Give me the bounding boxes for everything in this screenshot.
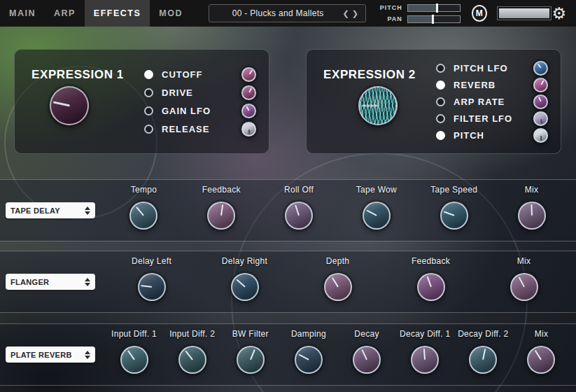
knob-label: Mix [525,185,539,195]
knob-pointer [535,350,542,360]
knob-roll-off[interactable] [285,202,313,230]
tab-effects[interactable]: EFFECTS [85,0,150,27]
output-meter-fill [499,8,550,18]
expression-1-knob[interactable] [50,86,89,125]
knob-mix[interactable] [527,346,555,374]
knob-delay-right[interactable] [231,273,259,301]
radio-dot[interactable] [436,80,445,90]
target-knob-pitch[interactable] [533,128,548,143]
radio-dot[interactable] [144,88,153,97]
knob-depth[interactable] [324,273,352,301]
pan-slider-handle[interactable] [432,15,434,24]
knob-unit: Mix [512,324,570,385]
radio-dot[interactable] [436,97,445,106]
updown-icon [85,278,90,286]
knob-feedback[interactable] [207,202,235,230]
knob-unit: Feedback [183,180,260,241]
radio-dot[interactable] [144,125,153,134]
target-knob-filter-lfo[interactable] [533,111,548,126]
tab-main[interactable]: MAIN [0,0,45,27]
knob-input-diff-2[interactable] [178,346,206,374]
knob-feedback[interactable] [417,273,445,301]
effect-slot-1-label: TAPE DELAY [10,206,60,215]
knob-delay-left[interactable] [138,273,166,301]
preset-selector[interactable]: 00 - Plucks and Mallets ❮ ❯ [209,4,366,22]
target-row-reverb: REVERB [436,76,548,93]
knob-decay-diff-1[interactable] [411,346,439,374]
radio-dot[interactable] [144,106,153,115]
target-row-arp-rate: ARP RATE [436,93,548,110]
expression-2-targets: PITCH LFO REVERB ARP RATE FILTER LFO [436,50,548,153]
radio-dot[interactable] [144,70,153,79]
knob-tape-speed[interactable] [440,202,468,230]
knob-unit: Input Diff. 2 [163,324,221,385]
knob-label: Feedback [202,185,241,195]
target-knob-cutoff[interactable] [241,67,256,82]
knob-label: BW Filter [232,329,269,339]
target-label: REVERB [454,80,533,90]
updown-icon [85,206,90,215]
target-row-release: RELEASE [144,120,256,138]
effect-slot-2-label: FLANGER [10,278,49,286]
pan-slider[interactable] [407,15,461,23]
knob-unit: Damping [279,324,337,385]
target-knob-release[interactable] [241,122,256,136]
pitch-slider-fill [408,5,437,11]
settings-gear-icon[interactable]: ⚙ [552,6,566,22]
effect-slot-3-select[interactable]: PLATE REVERB [6,346,95,363]
knob-tempo[interactable] [129,202,157,230]
tab-mod[interactable]: MOD [150,0,192,27]
target-knob-drive[interactable] [241,85,256,100]
updown-icon [85,351,90,359]
preset-next-icon[interactable]: ❯ [351,9,360,18]
target-knob-pitch-lfo[interactable] [533,61,548,76]
knob-label: Tempo [131,185,157,195]
pan-slider-fill [408,16,433,22]
knob-mix[interactable] [518,202,546,230]
knob-unit: Mix [477,251,570,312]
knob-unit: Tape Speed [415,180,493,241]
pitch-slider[interactable] [407,4,461,12]
knob-decay[interactable] [353,346,381,374]
mono-button[interactable]: M [472,5,487,22]
knob-damping[interactable] [295,346,323,374]
preset-prev-icon[interactable]: ❮ [341,9,350,18]
pitch-slider-handle[interactable] [436,4,438,13]
knob-decay-diff-2[interactable] [469,346,497,374]
knob-strip: Input Diff. 1 Input Diff. 2 BW Filter Da… [105,324,570,385]
knob-label: Mix [535,329,549,339]
target-knob-gain-lfo[interactable] [241,104,256,118]
radio-dot[interactable] [436,114,445,123]
expression-2-knob[interactable] [358,86,398,125]
effect-slot-2-select[interactable]: FLANGER [6,274,95,290]
knob-label: Tape Wow [356,185,397,195]
pan-label: PAN [380,15,402,22]
knob-pointer [518,277,524,288]
target-knob-reverb[interactable] [533,78,548,92]
effect-slot-1-select[interactable]: TAPE DELAY [6,202,95,218]
knob-input-diff-1[interactable] [120,346,148,374]
pitch-pan-group: PITCH PAN [380,4,461,23]
radio-dot[interactable] [436,64,445,73]
target-row-gain-lfo: GAIN LFO [144,102,256,120]
knob-unit: Roll Off [260,180,338,241]
knob-pointer [423,349,426,360]
knob-pointer [295,205,300,216]
knob-unit: Decay Diff. 1 [396,324,454,385]
knob-bw-filter[interactable] [237,346,265,374]
knob-unit: Tape Wow [337,180,415,241]
knob-mix[interactable] [510,273,538,301]
tab-arp[interactable]: ARP [45,0,85,27]
knob-tape-wow[interactable] [363,202,391,230]
knob-label: Delay Left [132,256,171,266]
knob-pointer [248,88,252,93]
radio-dot[interactable] [436,131,445,140]
knob-pointer [531,204,533,216]
pitch-label: PITCH [380,4,402,11]
knob-pointer [366,210,377,216]
target-knob-arp-rate[interactable] [533,94,548,109]
target-row-cutoff: CUTOFF [144,65,256,83]
output-meter[interactable] [497,6,552,20]
plugin-window: MAIN ARP EFFECTS MOD 00 - Plucks and Mal… [0,0,576,392]
knob-unit: Delay Right [198,251,291,312]
